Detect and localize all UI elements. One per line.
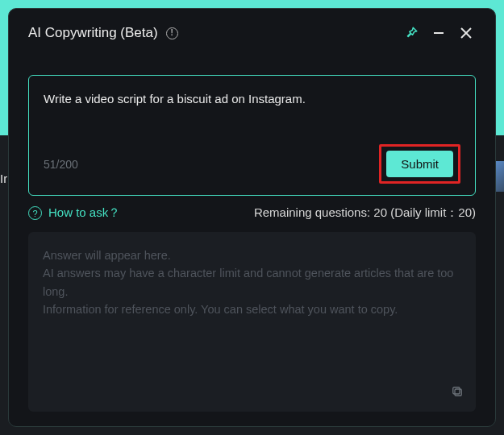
answer-line: Answer will appear here. [43,246,461,264]
copy-icon[interactable] [450,384,464,402]
title-bar: AI Copywriting (Beta) ! [28,23,476,43]
submit-highlight: Submit [379,144,460,184]
submit-button[interactable]: Submit [386,151,453,177]
remaining-questions: Remaining questions: 20 (Daily limit：20) [254,205,476,221]
character-count: 51/200 [44,158,78,171]
meta-row: ? How to ask？ Remaining questions: 20 (D… [28,205,476,221]
question-icon: ? [28,206,42,220]
how-to-ask-link[interactable]: ? How to ask？ [28,205,120,221]
info-icon[interactable]: ! [166,27,178,39]
answer-output-container: Answer will appear here. AI answers may … [28,232,476,412]
svg-rect-4 [453,387,460,394]
how-to-ask-label: How to ask？ [48,205,120,221]
svg-rect-3 [455,389,461,396]
minimize-button[interactable] [429,23,448,43]
pin-icon[interactable] [402,23,421,43]
page-title: AI Copywriting (Beta) [28,25,158,41]
prompt-input[interactable]: Write a video script for a biscuit ad on… [44,90,460,115]
background-cutoff-text: Ir [0,172,7,185]
answer-line: Information for reference only. You can … [43,300,461,318]
ai-copywriting-modal: AI Copywriting (Beta) ! Write a video sc… [8,8,496,427]
prompt-input-container: Write a video script for a biscuit ad on… [28,75,476,196]
close-button[interactable] [456,23,476,43]
answer-line: AI answers may have a character limit an… [43,264,461,300]
input-footer: 51/200 Submit [44,144,460,184]
answer-placeholder: Answer will appear here. AI answers may … [43,246,461,319]
